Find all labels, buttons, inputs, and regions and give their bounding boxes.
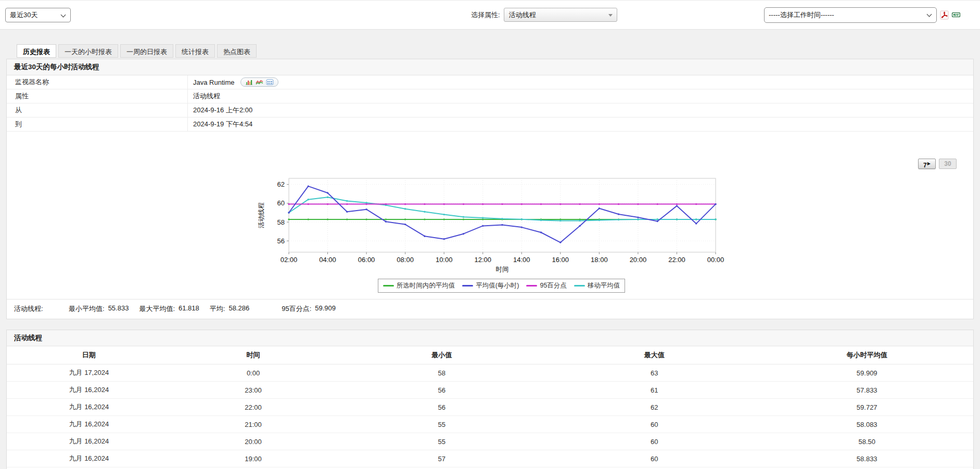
info-row-label: 属性 (7, 89, 188, 103)
svg-text:58: 58 (277, 218, 285, 226)
table-cell: 23:00 (171, 382, 336, 399)
table-cell: 57.833 (760, 382, 973, 399)
chart-zone: 7▶30 5658606202:0004:0006:0008:0010:0012… (7, 132, 973, 293)
column-header: 最大值 (548, 346, 761, 364)
info-row-label: 到 (7, 118, 188, 131)
table-cell: 56 (335, 382, 548, 399)
table-cell: 56 (335, 399, 548, 416)
report-panel: 最近30天的每小时活动线程 监视器名称Java Runtime属性活动线程从20… (6, 59, 974, 319)
table-cell: 62 (548, 399, 761, 416)
column-header: 每小时平均值 (760, 346, 973, 364)
svg-text:14:00: 14:00 (513, 256, 530, 264)
svg-text:18:00: 18:00 (591, 256, 608, 264)
stat-value: 58.286 (228, 304, 249, 314)
legend-label: 95百分点 (540, 281, 566, 290)
table-cell: 九月 16,2024 (7, 450, 171, 467)
tab-hourly-report-of-day[interactable]: 一天的小时报表 (58, 44, 118, 58)
tab-daily-report-of-week[interactable]: 一周的日报表 (120, 44, 173, 58)
export-group: -----选择工作时间------ CSV (764, 7, 975, 23)
info-value-text: Java Runtime (193, 79, 234, 86)
stat-item: 平均:58.286 (210, 304, 249, 314)
zoom-7-days-button[interactable]: 7▶ (918, 159, 936, 169)
table-cell: 55 (335, 433, 548, 450)
table-row: 九月 16,202418:00596159.455 (7, 467, 973, 469)
tab-heatmap-chart[interactable]: 热点图表 (217, 44, 257, 58)
period-select-wrap: 最近30天 (5, 8, 71, 22)
table-cell: 19:00 (171, 450, 336, 467)
info-value-text: 2024-9-16 上午2:00 (193, 106, 252, 115)
svg-text:00:00: 00:00 (707, 256, 724, 264)
stat-label: 最大平均值: (139, 304, 175, 314)
table-cell: 61 (548, 467, 761, 469)
table-cell: 21:00 (171, 416, 336, 433)
svg-text:56: 56 (277, 237, 285, 245)
csv-export-icon[interactable]: CSV (952, 11, 960, 19)
tab-statistical-report[interactable]: 统计报表 (175, 44, 215, 58)
legend-item: 移动平均值 (574, 281, 620, 290)
svg-text:时间: 时间 (496, 266, 509, 273)
info-row: 属性活动线程 (7, 89, 973, 103)
tab-history-report[interactable]: 历史报表 (17, 44, 56, 58)
table-cell: 63 (548, 364, 761, 382)
table-cell: 60 (548, 433, 761, 450)
legend-swatch (526, 285, 537, 286)
attribute-dropdown[interactable]: 活动线程 (504, 8, 617, 22)
svg-text:活动线程: 活动线程 (258, 202, 265, 228)
line-chart: 5658606202:0004:0006:0008:0010:0012:0014… (256, 175, 727, 275)
legend-item: 95百分点 (526, 281, 566, 290)
table-header-row: 日期时间最小值最大值每小时平均值 (7, 346, 973, 364)
period-select[interactable]: 最近30天 (5, 8, 71, 22)
table-cell: 58.833 (760, 450, 973, 467)
play-arrow-icon: ▶ (927, 161, 931, 166)
svg-text:16:00: 16:00 (552, 256, 569, 264)
svg-text:20:00: 20:00 (630, 256, 647, 264)
table-row: 九月 17,20240:00586359.909 (7, 364, 973, 382)
stat-item: 最小平均值:55.833 (69, 304, 129, 314)
stat-label: 95百分点: (282, 304, 311, 314)
table-row: 九月 16,202423:00566157.833 (7, 382, 973, 399)
table-row: 九月 16,202419:00576058.833 (7, 450, 973, 467)
table-cell: 九月 16,2024 (7, 433, 171, 450)
column-header: 日期 (7, 346, 171, 364)
stat-value: 59.909 (315, 304, 336, 314)
zoom-30-days-button[interactable]: 30 (939, 159, 957, 169)
bar-chart-icon[interactable] (245, 79, 253, 85)
table-cell: 九月 17,2024 (7, 364, 171, 382)
table-cell: 20:00 (171, 433, 336, 450)
table-cell: 22:00 (171, 399, 336, 416)
pdf-export-icon[interactable] (940, 10, 949, 20)
info-value-text: 活动线程 (193, 92, 220, 101)
info-value-text: 2024-9-19 下午4:54 (193, 120, 252, 129)
table-cell: 九月 16,2024 (7, 416, 171, 433)
table-row: 九月 16,202422:00566259.727 (7, 399, 973, 416)
table-row: 九月 16,202420:00556058.50 (7, 433, 973, 450)
info-row-value: Java Runtime (188, 77, 278, 87)
table-cell: 18:00 (171, 467, 336, 469)
attribute-label: 选择属性: (471, 10, 500, 20)
summary-stats-row: 活动线程: 最小平均值:55.833最大平均值:61.818平均:58.2869… (7, 299, 973, 319)
stats-prefix: 活动线程: (14, 304, 69, 314)
data-table-title: 活动线程 (7, 330, 973, 346)
legend-label: 所选时间内的平均值 (397, 281, 455, 290)
column-header: 最小值 (335, 346, 548, 364)
legend-label: 平均值(每小时) (476, 281, 519, 290)
line-chart-icon[interactable] (256, 79, 263, 85)
attribute-group: 选择属性: 活动线程 (471, 8, 617, 22)
info-row-value: 活动线程 (188, 92, 220, 101)
stat-label: 平均: (210, 304, 225, 314)
table-cell: 57 (335, 450, 548, 467)
table-cell: 九月 16,2024 (7, 467, 171, 469)
grid-icon[interactable] (266, 79, 274, 85)
worktime-select[interactable]: -----选择工作时间------ (764, 7, 937, 23)
info-row: 监视器名称Java Runtime (7, 75, 973, 89)
dropdown-arrow-icon (608, 14, 613, 17)
table-cell: 九月 16,2024 (7, 382, 171, 399)
legend-swatch (383, 285, 394, 286)
table-cell: 61 (548, 382, 761, 399)
table-row: 九月 16,202421:00556058.083 (7, 416, 973, 433)
monitor-graph-toggle[interactable] (240, 77, 278, 87)
chart-legend-row: 所选时间内的平均值平均值(每小时)95百分点移动平均值 (256, 279, 727, 293)
report-info-table: 监视器名称Java Runtime属性活动线程从2024-9-16 上午2:00… (7, 75, 973, 132)
info-row-label: 监视器名称 (7, 75, 188, 89)
legend-item: 所选时间内的平均值 (383, 281, 455, 290)
